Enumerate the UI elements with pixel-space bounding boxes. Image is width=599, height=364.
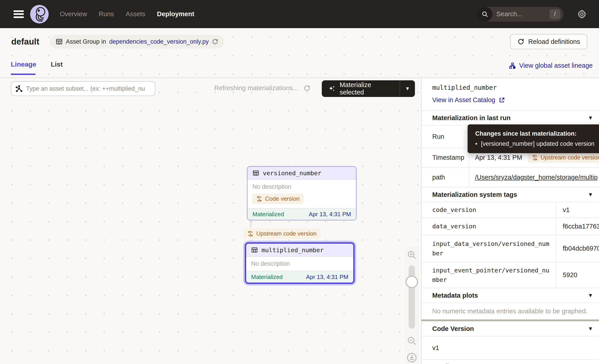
tab-bar: Lineage List View global asset lineage xyxy=(0,55,599,78)
table-row: data_version f6ccba177638 xyxy=(422,217,599,235)
sparkle-icon xyxy=(328,84,336,93)
tooltip-title: Changes since last materialization: xyxy=(475,130,595,137)
nav-item-deployment[interactable]: Deployment xyxy=(157,10,194,18)
asset-node-multiplied-number[interactable]: multiplied_number No description Materia… xyxy=(245,242,355,284)
asset-description: No description xyxy=(246,257,353,271)
bullet: • xyxy=(475,140,477,147)
table-grid-icon xyxy=(56,38,63,45)
code-version-value: v1 xyxy=(422,336,599,359)
asset-name: multiplied_number xyxy=(262,247,324,253)
code-version-changed-icon xyxy=(256,196,262,202)
code-version-changed-icon xyxy=(247,231,254,237)
path-row: path /Users/sryza/dagster_home/storage/m… xyxy=(422,167,599,187)
external-link-icon xyxy=(498,97,505,104)
search-input[interactable]: Search... / xyxy=(477,7,564,22)
panel-asset-title: multiplied_number xyxy=(432,84,599,91)
view-global-asset-lineage-link[interactable]: View global asset lineage xyxy=(509,62,593,69)
zoom-in-icon[interactable] xyxy=(406,250,417,260)
zoom-slider[interactable] xyxy=(409,265,415,329)
upstream-code-version-tag[interactable]: Upstream code version xyxy=(528,152,599,163)
nav-item-assets[interactable]: Assets xyxy=(126,10,145,18)
collapse-caret-icon[interactable]: ▼ xyxy=(588,292,593,299)
materialize-selected-button[interactable]: Materialize selected ▼ xyxy=(322,80,415,97)
metadata-plots-empty-message: No numeric metadata entries available to… xyxy=(422,303,599,320)
search-icon xyxy=(477,7,492,22)
upstream-code-version-tag[interactable]: Upstream code version xyxy=(243,228,320,239)
asset-subset-filter[interactable] xyxy=(11,81,155,96)
path-value-link[interactable]: /Users/sryza/dagster_home/storage/multip xyxy=(475,174,598,181)
tooltip-item: [versioned_number] updated code version xyxy=(481,140,594,147)
materialized-status: Materialized xyxy=(253,211,284,218)
section-code-version[interactable]: Code Version ▼ xyxy=(422,321,599,336)
materialized-status: Materialized xyxy=(251,274,283,281)
materialize-dropdown-caret[interactable]: ▼ xyxy=(400,86,415,92)
asset-name: versioned_number xyxy=(263,170,321,177)
asset-node-versioned-number[interactable]: versioned_number No description Code ver… xyxy=(247,166,357,220)
graph-filter-icon xyxy=(15,85,23,93)
materialized-timestamp[interactable]: Apr 13, 4:31 PM xyxy=(309,211,351,218)
zoom-slider-handle[interactable] xyxy=(405,276,418,288)
table-grid-icon xyxy=(251,247,258,253)
asset-description: No description xyxy=(247,180,356,192)
top-nav: Overview Runs Assets Deployment Search..… xyxy=(0,0,599,28)
settings-gear-icon[interactable] xyxy=(577,9,587,19)
refreshing-status: Refreshing materializations... xyxy=(214,84,310,92)
timestamp-label: Timestamp xyxy=(422,148,469,167)
view-in-asset-catalog-link[interactable]: View in Asset Catalog xyxy=(432,96,505,104)
collapse-caret-icon[interactable]: ▼ xyxy=(588,326,593,332)
section-config[interactable]: Config xyxy=(422,359,599,364)
changes-tooltip: Changes since last materialization: • [v… xyxy=(467,124,599,153)
asset-group-label: Asset Group in xyxy=(66,38,106,45)
search-shortcut-badge: / xyxy=(549,9,560,19)
zoom-out-icon[interactable] xyxy=(406,335,417,346)
nav-item-overview[interactable]: Overview xyxy=(60,10,87,18)
section-materialization-in-last-run[interactable]: Materialization in last run ▼ xyxy=(422,110,599,125)
table-grid-icon xyxy=(253,170,259,176)
collapse-caret-icon[interactable]: ▼ xyxy=(588,115,593,121)
code-version-changed-icon xyxy=(532,155,538,161)
download-image-icon[interactable] xyxy=(406,352,417,363)
asset-group-breadcrumb: Asset Group in dependencies_code_version… xyxy=(50,35,225,49)
search-placeholder: Search... xyxy=(496,10,549,18)
table-row: code_version v1 xyxy=(422,202,599,217)
hamburger-menu-icon[interactable] xyxy=(14,10,24,18)
panel-splitter-handle[interactable] xyxy=(422,320,599,321)
table-row: input_event_pointer/versioned_number 592… xyxy=(422,262,599,288)
dagster-logo-icon[interactable] xyxy=(30,5,49,24)
path-label: path xyxy=(422,168,469,187)
code-version-warning-tag[interactable]: Code version xyxy=(252,193,304,204)
lineage-graph-canvas[interactable]: Refreshing materializations... Materiali… xyxy=(0,78,421,364)
run-label: Run xyxy=(422,126,469,147)
page-header: default Asset Group in dependencies_code… xyxy=(0,28,599,55)
timestamp-value[interactable]: Apr 13, 4:31 PM xyxy=(475,154,522,161)
tab-list[interactable]: List xyxy=(51,61,62,74)
asset-subset-input[interactable] xyxy=(26,85,151,92)
code-file-link[interactable]: dependencies_code_version_only.py xyxy=(109,38,209,45)
table-row: input_data_version/versioned_number fb04… xyxy=(422,235,599,262)
section-metadata-plots[interactable]: Metadata plots ▼ xyxy=(422,288,599,303)
reload-definitions-button[interactable]: Reload definitions xyxy=(510,34,587,49)
section-materialization-system-tags[interactable]: Materialization system tags ▼ xyxy=(422,187,599,202)
page-title: default xyxy=(11,37,39,47)
asset-details-panel: multiplied_number View in Asset Catalog … xyxy=(421,78,599,364)
refresh-icon[interactable] xyxy=(212,38,219,45)
collapse-caret-icon[interactable]: ▼ xyxy=(588,191,593,198)
tab-lineage[interactable]: Lineage xyxy=(11,61,36,74)
primary-nav: Overview Runs Assets Deployment xyxy=(60,10,194,18)
zoom-controls xyxy=(404,246,419,363)
nav-item-runs[interactable]: Runs xyxy=(99,10,114,18)
refresh-icon[interactable] xyxy=(303,85,310,92)
materialized-timestamp[interactable]: Apr 13, 4:31 PM xyxy=(306,274,348,281)
